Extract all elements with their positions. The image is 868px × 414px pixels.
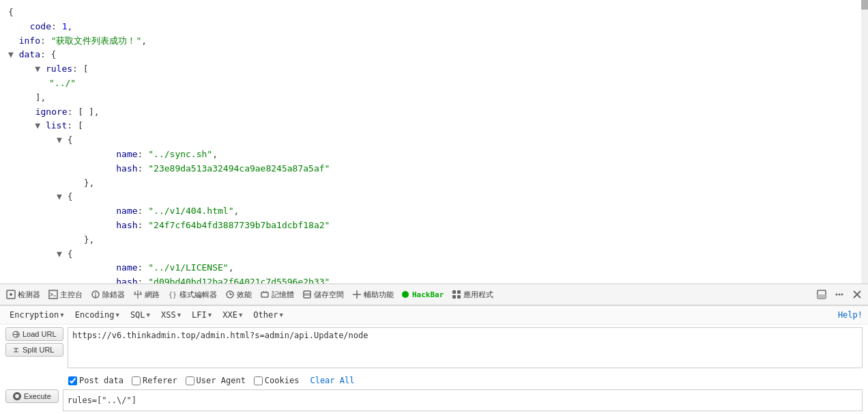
devtools-close-button[interactable] [849, 288, 865, 301]
split-url-label: Split URL [23, 346, 54, 354]
hackbar-panel: Encryption ▼ Encoding ▼ SQL ▼ XSS ▼ LFI … [0, 305, 868, 414]
json-line: ▼ rules: [ [8, 62, 860, 77]
memory-icon [260, 290, 270, 299]
cookies-checkbox[interactable] [254, 376, 263, 385]
lfi-chevron-icon: ▼ [208, 312, 212, 318]
json-content: { code: 1, info: "获取文件列表成功！", ▼ data: { … [0, 0, 868, 284]
network-icon [133, 290, 143, 299]
devtools-more-button[interactable] [831, 288, 848, 301]
json-line: ▼ { [8, 247, 860, 262]
menu-encoding[interactable]: Encoding ▼ [71, 309, 124, 321]
apps-icon [452, 290, 461, 299]
url-input[interactable]: https://v6.thinkadmin.top/admin.html?s=a… [68, 327, 863, 368]
hackbar-options-row: Post data Referer User Agent Cookies Cle… [0, 373, 868, 388]
load-url-button[interactable]: Load URL [5, 327, 63, 341]
clear-all-button[interactable]: Clear All [310, 376, 354, 385]
json-line: { [8, 5, 860, 20]
devtools-item-style-editor[interactable]: {} 樣式編輯器 [164, 288, 220, 302]
menu-sql[interactable]: SQL ▼ [126, 309, 154, 321]
more-icon [835, 290, 844, 299]
menu-xxe[interactable]: XXE ▼ [218, 309, 246, 321]
user-agent-checkbox[interactable] [186, 376, 194, 385]
devtools-item-storage[interactable]: 儲存空間 [299, 288, 347, 302]
style-editor-icon: {} [168, 290, 177, 299]
svg-point-4 [95, 292, 96, 294]
devtools-item-performance[interactable]: 效能 [222, 288, 255, 302]
json-line: hash: "23e89da513a32494ca9ae8245a87a5af" [8, 162, 860, 176]
inspector-icon [6, 290, 16, 299]
menu-lfi[interactable]: LFI ▼ [188, 309, 216, 321]
json-line: }, [8, 176, 860, 191]
json-line: hash: "d09bd40bd12ba2f64021c7d5596e2b33" [8, 275, 860, 284]
storage-icon [302, 290, 312, 299]
json-scroll-thumb[interactable] [861, 0, 868, 10]
devtools-item-network[interactable]: 網路 [130, 288, 163, 302]
devtools-label: 網路 [145, 290, 160, 300]
devtools-label: 主控台 [60, 290, 83, 300]
hackbar-execute-area: Execute [0, 388, 868, 414]
devtools-item-apps[interactable]: 應用程式 [448, 288, 497, 302]
json-line: name: "../v1/404.html", [8, 204, 860, 219]
split-url-button[interactable]: Split URL [5, 343, 63, 357]
menu-encoding-label: Encoding [75, 310, 115, 320]
option-user-agent: User Agent [186, 376, 246, 385]
devtools-label: 效能 [237, 290, 252, 300]
json-line: ▼ list: [ [8, 119, 860, 133]
svg-point-17 [839, 294, 841, 296]
sql-chevron-icon: ▼ [147, 312, 150, 318]
svg-rect-5 [95, 294, 96, 297]
menu-xss[interactable]: XSS ▼ [157, 309, 185, 321]
devtools-item-accessibility[interactable]: 輔助功能 [349, 288, 397, 302]
xxe-chevron-icon: ▼ [239, 312, 242, 318]
devtools-toolbar: 检测器 主控台 除錯器 網路 {} 樣式編輯器 效能 記憶體 儲存空間 輔助功能… [0, 284, 868, 305]
hackbar-url-area: Load URL Split URL https://v6.thinkadmin… [0, 325, 868, 373]
referer-checkbox[interactable] [132, 376, 141, 385]
json-line: ], [8, 91, 860, 105]
hackbar-menu-bar: Encryption ▼ Encoding ▼ SQL ▼ XSS ▼ LFI … [0, 306, 868, 325]
hackbar-help-link[interactable]: Help! [838, 310, 863, 320]
json-line: ▼ { [8, 190, 860, 204]
debugger-icon [91, 290, 100, 299]
devtools-item-console[interactable]: 主控台 [45, 288, 86, 302]
json-scrollbar[interactable] [861, 0, 868, 284]
menu-lfi-label: LFI [192, 310, 207, 320]
json-line: code: 1, [8, 20, 860, 34]
menu-encryption[interactable]: Encryption ▼ [5, 309, 68, 321]
svg-point-20 [15, 394, 20, 399]
execute-button[interactable]: Execute [5, 389, 59, 403]
hackbar-active-dot [402, 291, 409, 298]
menu-xxe-label: XXE [222, 310, 237, 320]
svg-rect-10 [452, 290, 456, 294]
execute-label: Execute [24, 392, 51, 400]
url-input-wrapper: https://v6.thinkadmin.top/admin.html?s=a… [68, 327, 863, 370]
devtools-label: 應用程式 [463, 290, 493, 300]
svg-point-1 [10, 293, 12, 296]
json-line: ▼ { [8, 133, 860, 148]
hackbar-action-buttons: Load URL Split URL [5, 327, 63, 370]
devtools-item-debugger[interactable]: 除錯器 [87, 288, 128, 302]
json-line: hash: "24f7cf64b4fd3887739b7ba1dcbf18a2" [8, 219, 860, 233]
devtools-item-hackbar[interactable]: HackBar [399, 288, 447, 301]
post-data-checkbox[interactable] [68, 376, 77, 385]
svg-rect-8 [261, 292, 268, 297]
cookies-label: Cookies [265, 376, 300, 385]
accessibility-icon [352, 290, 362, 299]
devtools-right-controls [813, 288, 865, 301]
menu-other[interactable]: Other ▼ [249, 309, 287, 321]
post-data-input[interactable] [63, 389, 863, 411]
devtools-label: 記憶體 [272, 290, 294, 300]
devtools-item-inspector[interactable]: 检测器 [3, 288, 44, 302]
json-line: info: "获取文件列表成功！", [8, 34, 860, 49]
devtools-label: 樣式編輯器 [179, 290, 217, 300]
post-data-label: Post data [79, 376, 124, 385]
referer-label: Referer [143, 376, 177, 385]
menu-sql-label: SQL [130, 310, 145, 320]
devtools-label: 除錯器 [102, 290, 125, 300]
other-chevron-icon: ▼ [279, 312, 283, 318]
devtools-dock-button[interactable] [813, 288, 830, 301]
svg-text:{}: {} [169, 291, 177, 299]
devtools-item-memory[interactable]: 記憶體 [257, 288, 298, 302]
option-referer: Referer [132, 376, 177, 385]
svg-point-18 [841, 294, 843, 296]
json-line: ▼ data: { [8, 48, 860, 62]
